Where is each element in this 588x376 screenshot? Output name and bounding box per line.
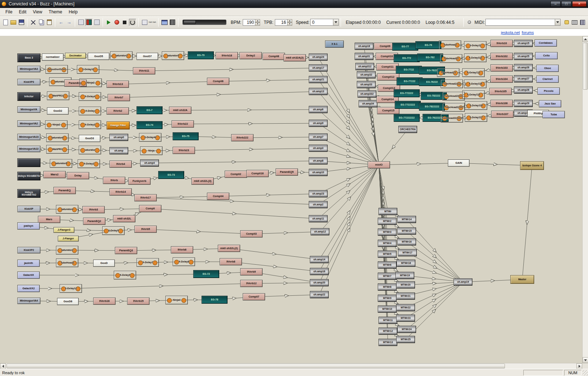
- machine-oh-amp25[interactable]: oh.amp25: [514, 53, 533, 60]
- machine-eg-772[interactable]: EG-772: [394, 54, 420, 62]
- horizontal-scroll-thumb[interactable]: [7, 364, 505, 368]
- machine-oh-amp9[interactable]: oh.amp9: [309, 120, 328, 127]
- keys-button[interactable]: [571, 19, 578, 26]
- machine-oh-amp24[interactable]: oh.amp24: [309, 54, 328, 61]
- machine-oh-amp19[interactable]: oh.amp19: [454, 278, 472, 286]
- machine-9verb15[interactable]: 9Verb15: [127, 298, 150, 305]
- play-button[interactable]: [105, 19, 112, 26]
- machine-9verb12[interactable]: 9Verb12: [240, 280, 263, 287]
- machine-tubehead3[interactable]: TubeHead3: [56, 258, 78, 267]
- machine-eg-77222222[interactable]: EG-77222222: [394, 114, 420, 122]
- machine-minimogueva3[interactable]: MinimogueVA3: [17, 66, 40, 72]
- theme-panel-button[interactable]: [161, 19, 168, 26]
- machine-9verb2[interactable]: 9Verb2: [107, 107, 129, 115]
- tpb-down-button[interactable]: ▼: [287, 22, 292, 26]
- maximize-button[interactable]: □: [561, 1, 571, 7]
- machine-9verb17[interactable]: 9Verb17: [134, 194, 157, 201]
- machine-x-delay11[interactable]: X-Delay11: [464, 41, 487, 50]
- machine-eg-772222[interactable]: EG-772222: [394, 89, 420, 97]
- machine-tubehead32[interactable]: TubeHead32: [440, 54, 462, 63]
- loop-button[interactable]: [129, 19, 136, 26]
- machine-saturator[interactable]: saturator: [79, 146, 101, 154]
- machine-piccolo[interactable]: Piccolo: [537, 87, 560, 95]
- record-button[interactable]: [113, 19, 120, 26]
- machine-padsyn[interactable]: padsyn: [17, 222, 40, 230]
- machine-saturator3[interactable]: saturator3: [110, 51, 133, 60]
- machine-9verb9[interactable]: 9Verb9: [240, 268, 263, 275]
- machine-tubehead222222[interactable]: TubeHead222222: [441, 114, 463, 123]
- tpb-value[interactable]: 16: [275, 19, 287, 26]
- machine-delay2[interactable]: Delay2: [239, 52, 262, 59]
- machine-mtwr15[interactable]: MTWr15: [397, 227, 416, 235]
- machine-mtwr8[interactable]: MTWr8: [378, 283, 397, 291]
- machine-mkii-oh32a[interactable]: mkII oh32A: [169, 107, 191, 114]
- machine-cello[interactable]: Cello: [535, 52, 558, 59]
- machine-x-delay[interactable]: X-Delay: [79, 107, 101, 115]
- machine-good2[interactable]: GooD2: [47, 107, 69, 115]
- menu-file[interactable]: File: [2, 9, 16, 15]
- machine-9verb6[interactable]: 9Verb6: [171, 246, 193, 253]
- machine-9verb107[interactable]: 9Verb107: [491, 111, 514, 118]
- machine-x-delay3[interactable]: X-Delay3: [79, 120, 101, 129]
- machine-mars2[interactable]: Mars2: [43, 171, 66, 178]
- machine-eg-73[interactable]: EG-73: [158, 171, 184, 179]
- machine-oh-amp12[interactable]: oh.amp12: [311, 228, 329, 235]
- machine-btdsys-9gridbeta2[interactable]: btdsys 9GridBETA2: [17, 189, 40, 198]
- machine-compli7[interactable]: Compli7: [243, 293, 265, 300]
- machine-gain[interactable]: GAIN: [448, 159, 470, 167]
- machine-galactix2[interactable]: GalactiX2: [17, 285, 40, 292]
- machine-good5[interactable]: GooD5: [88, 53, 109, 60]
- machine-delay[interactable]: Delay: [67, 172, 89, 179]
- machine-oh-amp22[interactable]: oh.amp22: [310, 291, 329, 298]
- machine-9verb16[interactable]: 9Verb16: [93, 298, 116, 305]
- scroll-left-button[interactable]: [0, 363, 6, 369]
- machine-eg-77[interactable]: EG-77: [392, 43, 418, 51]
- machine-saturator4[interactable]: saturator4: [56, 205, 78, 214]
- machine-oboe[interactable]: Oboe: [536, 65, 559, 72]
- machine-oh-amp6[interactable]: oh.amp6: [309, 106, 328, 113]
- machine-oh-amp32[interactable]: oh.amp32: [357, 71, 376, 78]
- machine-mtwr6[interactable]: MTWr6: [378, 261, 397, 269]
- machine-eg-7[interactable]: EG-7: [137, 106, 163, 114]
- tpb-up-button[interactable]: ▲: [287, 19, 292, 22]
- machine-oh-amp17[interactable]: oh.amp17: [309, 64, 328, 72]
- menu-view[interactable]: View: [30, 9, 46, 15]
- machine-oh-amp20[interactable]: oh.amp20: [310, 279, 329, 286]
- machine-oh-amp31[interactable]: oh.amp31: [355, 53, 373, 60]
- machine-oh-amp[interactable]: oh.amp: [109, 147, 128, 154]
- machine-x-delay113[interactable]: X-Delay113: [462, 68, 485, 77]
- machine-izotope-ozone-4[interactable]: Izotope Ozone 4: [520, 161, 544, 170]
- machine-oh-amp10[interactable]: oh.amp10: [309, 169, 328, 176]
- machine-wahpro2[interactable]: WahPRO2: [47, 91, 69, 100]
- machine-x-delay117[interactable]: X-Delay117: [465, 113, 487, 122]
- machine-decimator[interactable]: Decimator: [65, 53, 86, 59]
- machine-oh-amp0[interactable]: oh.amp0: [109, 134, 128, 141]
- machine-eg-74[interactable]: EG-74: [137, 121, 163, 129]
- machine-klokxp2[interactable]: KlokXP2: [17, 247, 40, 253]
- lock-button[interactable]: [563, 19, 570, 26]
- machine-tubehead2322[interactable]: TubeHead2322: [441, 80, 463, 88]
- machine-9verb23[interactable]: 9Verb23: [173, 147, 195, 154]
- machine-mtwr23[interactable]: MTWr23: [396, 315, 415, 322]
- machine-9verb13[interactable]: 9Verb13: [107, 81, 129, 88]
- machine-ninja4[interactable]: Ninja4: [165, 296, 188, 304]
- machine-oh-amp29[interactable]: oh.amp29: [514, 100, 533, 107]
- machine-infector[interactable]: Infector: [17, 92, 40, 101]
- link-forums[interactable]: forums: [522, 30, 534, 35]
- machine-klokxp3[interactable]: KlokXP3: [17, 79, 40, 85]
- stop-button[interactable]: [121, 19, 128, 26]
- machine-compli3[interactable]: Compli3: [240, 230, 263, 238]
- scroll-right-button[interactable]: [576, 363, 582, 369]
- machine-mtwr19[interactable]: MTWr19: [395, 272, 414, 279]
- infobox-button[interactable]: [141, 19, 148, 26]
- machine-klokxp[interactable]: KlokXP: [17, 206, 40, 212]
- machine-minimogueva[interactable]: MinimogueVA: [17, 106, 40, 113]
- machine-jazz-sax[interactable]: Jazz Sax: [539, 100, 561, 107]
- machine-compli12[interactable]: Compli12: [377, 73, 399, 81]
- machine-good3[interactable]: GooD3: [79, 135, 100, 142]
- machine-oh-amp27[interactable]: oh.amp27: [514, 75, 533, 82]
- machine-oh-amp8[interactable]: oh.amp8: [309, 157, 328, 164]
- machine-mtwr10[interactable]: MTWr10: [378, 306, 397, 313]
- bpm-down-button[interactable]: ▼: [255, 22, 260, 26]
- machine-mkii-oh32a-2-[interactable]: mkII oh32A(2): [284, 54, 306, 61]
